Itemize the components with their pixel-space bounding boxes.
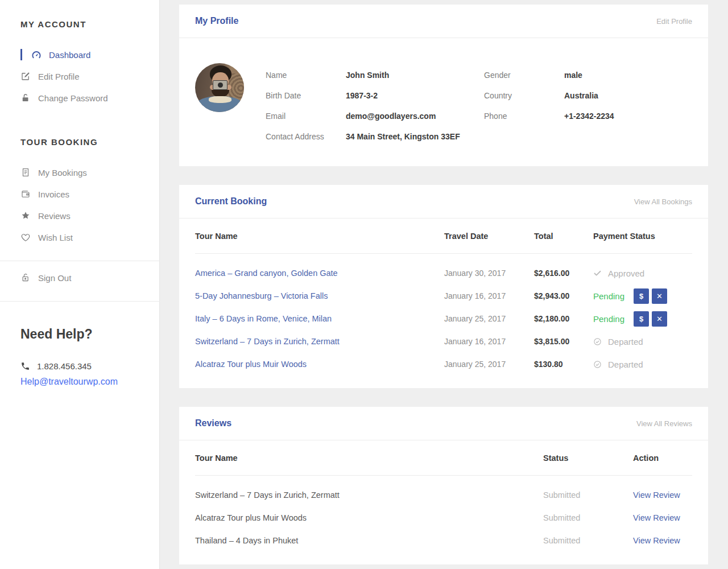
wallet-icon: [20, 189, 31, 199]
field-label: Gender: [484, 71, 564, 80]
booking-row: Alcatraz Tour plus Muir Woods January 25…: [195, 353, 692, 376]
payment-status-pending: Pending: [593, 291, 624, 301]
field-value: 34 Main Street, Kingston 33EF: [346, 132, 460, 141]
account-sidebar: MY ACCOUNT Dashboard Edit Profile Change…: [0, 0, 160, 569]
need-help-heading: Need Help?: [20, 327, 159, 342]
lock-icon: [20, 93, 31, 103]
x-icon: ✕: [656, 292, 663, 300]
column-header-travel-date: Travel Date: [444, 232, 534, 241]
active-indicator-bar: [20, 49, 22, 60]
booking-total: $2,616.00: [534, 269, 593, 278]
booking-total: $2,943.00: [534, 291, 593, 300]
account-nav: Dashboard Edit Profile Change Password: [20, 44, 159, 109]
sidebar-divider: [0, 301, 160, 302]
column-header-tour-name: Tour Name: [195, 453, 543, 463]
view-all-bookings-link[interactable]: View All Bookings: [634, 197, 692, 206]
sidebar-item-change-password[interactable]: Change Password: [20, 87, 159, 109]
view-all-reviews-link[interactable]: View All Reviews: [636, 419, 692, 428]
booking-row: America – Grand canyon, Golden Gate Janu…: [195, 262, 692, 284]
profile-field: Name John Smith: [266, 65, 484, 85]
sign-out-lock-icon: [20, 273, 31, 283]
payment-status-pending: Pending: [593, 314, 624, 324]
booking-row: Switzerland – 7 Days in Zurich, Zermatt …: [195, 330, 692, 353]
profile-card-title: My Profile: [195, 16, 238, 26]
field-value: demo@goodlayers.com: [346, 112, 436, 121]
field-label: Email: [266, 112, 346, 121]
view-review-link[interactable]: View Review: [633, 490, 692, 500]
sidebar-item-reviews[interactable]: Reviews: [20, 205, 159, 226]
sidebar-item-dashboard[interactable]: Dashboard: [20, 44, 159, 65]
help-phone-row: 1.828.456.345: [20, 361, 159, 371]
field-value: John Smith: [346, 71, 389, 80]
reviews-card-title: Reviews: [195, 418, 231, 428]
pay-button[interactable]: $: [634, 288, 649, 304]
dollar-icon: $: [639, 315, 643, 323]
sidebar-item-wish-list[interactable]: Wish List: [20, 226, 159, 248]
field-value: +1-2342-2234: [564, 112, 614, 121]
review-row: Thailand – 4 Days in Phuket Submitted Vi…: [195, 529, 692, 552]
column-header-total: Total: [534, 232, 593, 241]
booking-total: $2,180.00: [534, 314, 593, 323]
column-header-payment-status: Payment Status: [593, 232, 692, 241]
review-row: Alcatraz Tour plus Muir Woods Submitted …: [195, 506, 692, 529]
current-booking-card: Current Booking View All Bookings Tour N…: [179, 185, 708, 388]
review-tour-name: Thailand – 4 Days in Phuket: [195, 536, 543, 545]
sidebar-item-label: Invoices: [38, 189, 69, 199]
review-status: Submitted: [543, 513, 633, 522]
my-profile-card: My Profile Edit Profile Name John Smith …: [179, 5, 708, 166]
booking-tour-link[interactable]: Alcatraz Tour plus Muir Woods: [195, 360, 444, 369]
help-phone-number: 1.828.456.345: [37, 361, 92, 371]
edit-profile-link[interactable]: Edit Profile: [656, 17, 692, 26]
avatar: [195, 63, 244, 112]
cancel-booking-button[interactable]: ✕: [652, 311, 667, 327]
booking-tour-link[interactable]: Switzerland – 7 Days in Zurich, Zermatt: [195, 337, 444, 346]
review-tour-name: Switzerland – 7 Days in Zurich, Zermatt: [195, 490, 543, 500]
sidebar-item-my-bookings[interactable]: My Bookings: [20, 162, 159, 183]
column-header-status: Status: [543, 453, 633, 463]
profile-field: Birth Date 1987-3-2: [266, 85, 484, 106]
check-icon: [593, 269, 602, 278]
booking-tour-link[interactable]: Italy – 6 Days in Rome, Venice, Milan: [195, 314, 444, 323]
profile-field: Email demo@goodlayers.com: [266, 106, 484, 126]
help-email-link[interactable]: Help@traveltourwp.com: [20, 377, 118, 387]
sidebar-item-label: My Bookings: [38, 168, 87, 178]
booking-travel-date: January 25, 2017: [444, 314, 534, 323]
view-review-link[interactable]: View Review: [633, 513, 692, 522]
bookings-table-header: Tour Name Travel Date Total Payment Stat…: [195, 218, 692, 254]
booking-nav: My Bookings Invoices Reviews Wish List: [20, 162, 159, 248]
payment-status-approved: Approved: [608, 269, 644, 278]
field-label: Phone: [484, 112, 564, 121]
payment-status-departed: Departed: [608, 337, 643, 347]
reviews-card: Reviews View All Reviews Tour Name Statu…: [179, 407, 708, 564]
pay-button[interactable]: $: [634, 311, 649, 327]
sidebar-item-edit-profile[interactable]: Edit Profile: [20, 65, 159, 87]
column-header-action: Action: [633, 453, 692, 463]
profile-field: Country Australia: [484, 85, 692, 106]
phone-icon: [20, 361, 30, 371]
profile-field: Contact Address 34 Main Street, Kingston…: [266, 126, 484, 147]
review-tour-name: Alcatraz Tour plus Muir Woods: [195, 513, 543, 522]
review-row: Switzerland – 7 Days in Zurich, Zermatt …: [195, 484, 692, 506]
review-status: Submitted: [543, 536, 633, 545]
profile-field: Phone +1-2342-2234: [484, 106, 692, 126]
sidebar-item-label: Wish List: [38, 233, 73, 242]
sidebar-divider: [0, 261, 160, 261]
booking-tour-link[interactable]: America – Grand canyon, Golden Gate: [195, 269, 444, 278]
sidebar-item-label: Dashboard: [49, 50, 90, 60]
view-review-link[interactable]: View Review: [633, 536, 692, 545]
sidebar-item-label: Edit Profile: [38, 72, 80, 81]
profile-fields-left: Name John Smith Birth Date 1987-3-2 Emai…: [266, 65, 484, 147]
column-header-tour-name: Tour Name: [195, 232, 444, 241]
sidebar-item-label: Change Password: [38, 93, 108, 103]
profile-fields-right: Gender male Country Australia Phone +1-2…: [484, 65, 692, 147]
sidebar-item-label: Sign Out: [38, 273, 71, 283]
review-status: Submitted: [543, 490, 633, 500]
booking-travel-date: January 30, 2017: [444, 269, 534, 278]
cancel-booking-button[interactable]: ✕: [652, 288, 667, 304]
profile-field: Gender male: [484, 65, 692, 85]
booking-total: $130.80: [534, 360, 593, 369]
booking-tour-link[interactable]: 5-Day Johannesburg – Victoria Falls: [195, 291, 444, 300]
circle-check-icon: [593, 360, 602, 369]
sidebar-item-invoices[interactable]: Invoices: [20, 183, 159, 205]
sidebar-item-sign-out[interactable]: Sign Out: [20, 267, 159, 288]
